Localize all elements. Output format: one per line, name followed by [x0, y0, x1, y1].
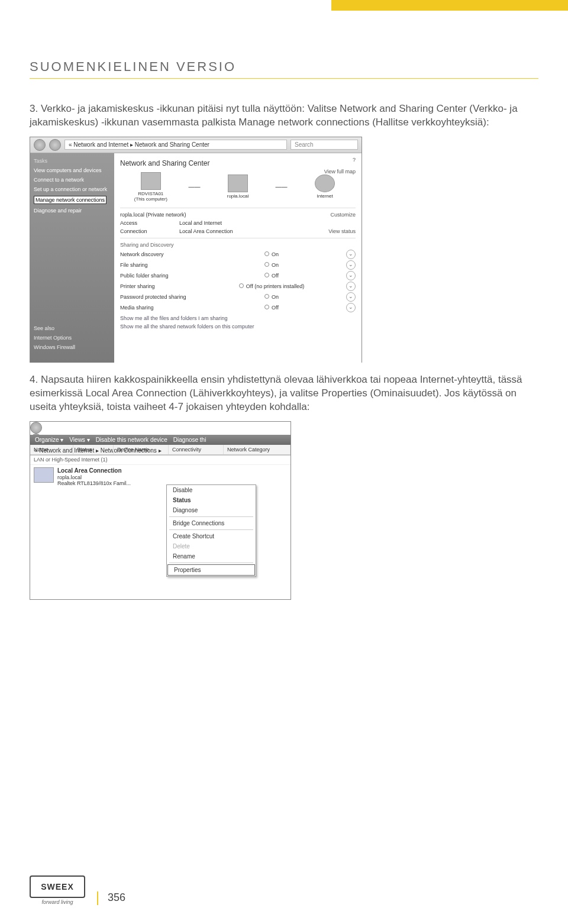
- back-button[interactable]: [34, 139, 46, 151]
- group-header: LAN or High-Speed Internet (1): [30, 455, 291, 465]
- row-action: [320, 220, 356, 226]
- share-value: Off: [272, 305, 279, 311]
- disable-device-button[interactable]: Disable this network device: [96, 437, 167, 443]
- page-title: SUOMENKIELINEN VERSIO: [30, 59, 538, 79]
- share-label: Printer sharing: [120, 283, 197, 289]
- share-label: Network discovery: [120, 251, 197, 257]
- col-name[interactable]: Name: [30, 445, 73, 454]
- share-value: On: [272, 262, 279, 268]
- connection-row: Connection Local Area Connection View st…: [120, 227, 356, 235]
- organize-menu[interactable]: Organize ▾: [35, 437, 63, 443]
- share-row: File sharingOn⌄: [120, 260, 356, 270]
- share-label: Media sharing: [120, 305, 197, 311]
- globe-icon: [315, 175, 335, 192]
- chevron-down-icon[interactable]: ⌄: [346, 282, 356, 291]
- seealso-link[interactable]: Internet Options: [34, 335, 75, 341]
- connection-name: Local Area Connection: [57, 467, 122, 474]
- share-row: Printer sharingOff (no printers installe…: [120, 281, 356, 292]
- share-value: On: [272, 294, 279, 300]
- col-status[interactable]: Status: [73, 445, 114, 454]
- menu-separator: [169, 529, 253, 530]
- sharing-discovery-heading: Sharing and Discovery: [120, 242, 356, 248]
- sweex-logo: SWEEX: [30, 875, 85, 898]
- menu-delete: Delete: [167, 541, 256, 551]
- menu-disable[interactable]: Disable: [167, 485, 256, 495]
- chevron-down-icon[interactable]: ⌄: [346, 292, 356, 302]
- window-titlebar: « Network and Internet ▸ Network Connect…: [30, 422, 291, 435]
- adapter-icon: [34, 467, 54, 483]
- show-folders-link[interactable]: Show me all the shared network folders o…: [120, 324, 356, 329]
- views-menu[interactable]: Views ▾: [69, 437, 89, 443]
- diagnose-button[interactable]: Diagnose thi: [173, 437, 206, 443]
- tasks-sidebar: Tasks View computers and devices Connect…: [30, 153, 114, 363]
- node-sublabel: (This computer): [127, 196, 175, 202]
- network-name: ropla.local (Private network): [120, 212, 320, 218]
- breadcrumb[interactable]: « Network and Internet ▸ Network and Sha…: [64, 140, 287, 150]
- column-headers: Name Status Device Name Connectivity Net…: [30, 445, 291, 455]
- show-files-link[interactable]: Show me all the files and folders I am s…: [120, 315, 356, 321]
- sidebar-heading: Tasks: [34, 158, 111, 164]
- list-number: 4.: [30, 374, 38, 385]
- share-label: Password protected sharing: [120, 294, 197, 300]
- col-connectivity[interactable]: Connectivity: [169, 445, 224, 454]
- menu-rename[interactable]: Rename: [167, 551, 256, 561]
- paragraph-3: 3. Verkko- ja jakamiskeskus -ikkunan pit…: [30, 102, 538, 130]
- share-label: Public folder sharing: [120, 273, 197, 279]
- customize-link[interactable]: Customize: [320, 212, 356, 218]
- sidebar-item[interactable]: Set up a connection or network: [34, 186, 111, 192]
- node-local-network: ropla.local: [214, 175, 262, 199]
- sidebar-item[interactable]: Connect to a network: [34, 177, 111, 183]
- seealso-link[interactable]: Windows Firewall: [34, 344, 75, 350]
- sidebar-item-manage-connections[interactable]: Manage network connections: [34, 196, 106, 204]
- node-label: ropla.local: [214, 193, 262, 199]
- context-menu: Disable Status Diagnose Bridge Connectio…: [166, 484, 256, 577]
- node-label: RDVISTA01: [127, 191, 175, 196]
- menu-shortcut[interactable]: Create Shortcut: [167, 531, 256, 541]
- share-row: Network discoveryOn⌄: [120, 249, 356, 260]
- help-icon[interactable]: ?: [353, 157, 356, 163]
- share-row: Public folder sharingOff⌄: [120, 270, 356, 281]
- paragraph-4: 4. Napsauta hiiren kakkospainikkeella en…: [30, 373, 538, 414]
- list-number: 3.: [30, 103, 38, 114]
- panel-title: Network and Sharing Center: [120, 159, 356, 167]
- share-value: Off (no printers installed): [246, 283, 304, 289]
- paragraph-3-text: Verkko- ja jakamiskeskus -ikkunan pitäis…: [30, 103, 518, 128]
- node-internet: Internet: [301, 175, 348, 199]
- seealso-heading: See also: [34, 325, 75, 331]
- view-full-map-link[interactable]: View full map: [324, 169, 356, 175]
- page-footer: SWEEX forward living 356: [30, 875, 125, 905]
- accent-bar: [331, 0, 568, 11]
- search-input[interactable]: Search: [291, 140, 358, 150]
- access-row: Access Local and Internet: [120, 219, 356, 227]
- map-connector: ——: [276, 183, 288, 190]
- chevron-down-icon[interactable]: ⌄: [346, 250, 356, 259]
- sidebar-item[interactable]: Diagnose and repair: [34, 208, 111, 214]
- page-number: 356: [97, 891, 125, 905]
- row-value: Local and Internet: [179, 220, 320, 226]
- view-status-link[interactable]: View status: [320, 228, 356, 234]
- forward-button[interactable]: [49, 139, 61, 151]
- menu-separator: [169, 516, 253, 517]
- menu-status[interactable]: Status: [167, 495, 256, 505]
- back-button[interactable]: [30, 422, 42, 434]
- breadcrumb-text: « Network and Internet ▸ Network and Sha…: [69, 141, 209, 148]
- col-category[interactable]: Network Category: [224, 445, 291, 454]
- chevron-down-icon[interactable]: ⌄: [346, 271, 356, 280]
- chevron-down-icon[interactable]: ⌄: [346, 303, 356, 312]
- col-device[interactable]: Device Name: [114, 445, 169, 454]
- menu-properties[interactable]: Properties: [167, 564, 255, 576]
- share-row: Password protected sharingOn⌄: [120, 292, 356, 302]
- logo-tagline: forward living: [30, 899, 85, 905]
- row-value: Local Area Connection: [179, 228, 320, 234]
- share-row: Media sharingOff⌄: [120, 302, 356, 313]
- menu-diagnose[interactable]: Diagnose: [167, 505, 256, 515]
- share-value: Off: [272, 273, 279, 279]
- menu-separator: [169, 563, 253, 563]
- paragraph-4-text: Napsauta hiiren kakkospainikkeella ensin…: [30, 374, 522, 412]
- screenshot-network-sharing-center: « Network and Internet ▸ Network and Sha…: [30, 137, 362, 363]
- menu-bridge[interactable]: Bridge Connections: [167, 518, 256, 528]
- row-label: Access: [120, 220, 179, 226]
- sidebar-item[interactable]: View computers and devices: [34, 167, 111, 173]
- network-name-row: ropla.local (Private network) Customize: [120, 211, 356, 219]
- chevron-down-icon[interactable]: ⌄: [346, 260, 356, 270]
